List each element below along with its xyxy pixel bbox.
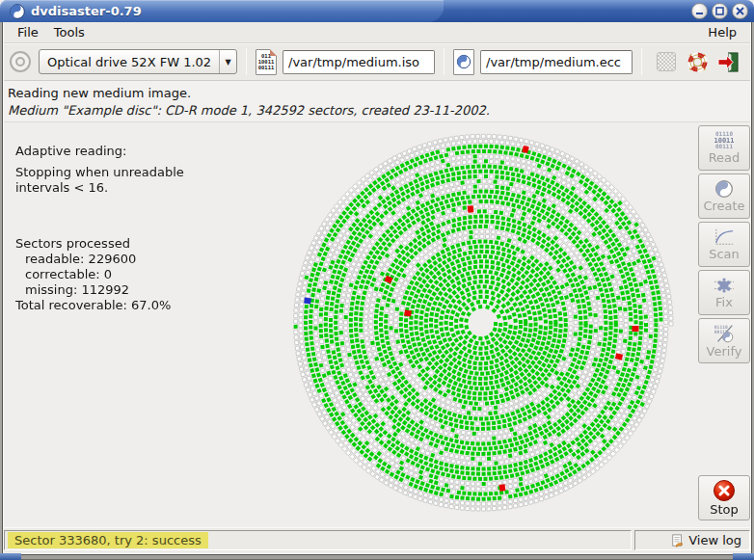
preferences-button-disabled	[654, 49, 679, 74]
window-border-left[interactable]	[0, 22, 4, 560]
window-title: dvdisaster-0.79	[31, 4, 142, 18]
total-recoverable: Total recoverable: 67.0%	[15, 298, 184, 313]
create-button: Create	[698, 173, 750, 219]
maximize-icon[interactable]	[712, 3, 728, 19]
toolbar-separator	[641, 48, 642, 75]
scan-button-label: Scan	[709, 248, 740, 261]
toolbar-separator	[246, 48, 247, 75]
ecc-file-yinyang-icon	[453, 49, 474, 75]
sectors-correctable: correctable: 0	[15, 267, 184, 282]
sector-status-message: Sector 333680, try 2: success	[8, 532, 208, 548]
close-icon[interactable]	[732, 3, 748, 19]
toolbar: Optical drive 52X FW 1.02 ▼ 011 10011 00…	[0, 43, 754, 81]
verify-compare-icon: 01110 00111	[713, 323, 736, 344]
adaptive-reading-heading: Adaptive reading:	[15, 144, 184, 159]
content-area: Adaptive reading: Stopping when unreadab…	[0, 122, 754, 527]
stop-button[interactable]: Stop	[698, 475, 750, 520]
app-logo-yinyang-icon	[10, 4, 25, 19]
resize-grip-left[interactable]	[0, 553, 21, 560]
drive-selector-value: Optical drive 52X FW 1.02	[40, 55, 219, 69]
menubar: File Tools Help	[0, 22, 754, 43]
disabled-checkerboard-icon	[657, 52, 676, 71]
fix-button-label: Fix	[715, 296, 733, 309]
status-line-1: Reading new medium image.	[8, 85, 744, 102]
toolbar-separator	[444, 48, 444, 75]
optical-drive-icon	[10, 51, 31, 72]
fix-patch-icon	[714, 276, 735, 295]
binary-read-icon: 01110 10011 00111	[714, 131, 734, 150]
verify-button: 01110 00111 Verify	[698, 318, 750, 363]
application-window: dvdisaster-0.79 File Tools Help Optical …	[0, 0, 754, 560]
status-line-2: Medium "Example disc": CD-R mode 1, 3425…	[8, 102, 744, 120]
read-button-label: Read	[709, 151, 741, 165]
quit-door-icon	[717, 51, 740, 73]
scan-button: Scan	[698, 222, 750, 267]
life-ring-icon	[687, 51, 709, 73]
menu-file[interactable]: File	[10, 23, 46, 41]
sectors-missing: missing: 112992	[15, 282, 184, 298]
ecc-file-input[interactable]	[480, 50, 633, 74]
reading-info-panel: Adaptive reading: Stopping when unreadab…	[15, 144, 184, 313]
help-button[interactable]	[685, 49, 710, 74]
statusbar: Sector 333680, try 2: success View log	[0, 527, 754, 552]
drive-selector[interactable]: Optical drive 52X FW 1.02 ▼	[39, 49, 237, 74]
action-sidebar: 01110 10011 00111 Read Create	[694, 122, 754, 527]
window-border-right[interactable]	[750, 22, 754, 560]
verify-button-label: Verify	[707, 345, 742, 359]
titlebar[interactable]: dvdisaster-0.79	[0, 0, 754, 22]
chevron-down-icon[interactable]: ▼	[219, 50, 236, 73]
image-file-input[interactable]	[283, 50, 435, 74]
sectors-heading: Sectors processed	[15, 236, 184, 252]
page-fold	[270, 49, 277, 56]
quit-button[interactable]	[715, 49, 741, 74]
stopping-line-1: Stopping when unreadable	[15, 165, 184, 180]
binary-line: 00111	[258, 65, 275, 70]
window-border-bottom[interactable]	[0, 553, 754, 560]
minimize-icon[interactable]	[691, 3, 708, 19]
stop-icon	[713, 479, 736, 502]
image-file-binary-icon: 011 10011 00111	[256, 49, 277, 75]
view-log-button[interactable]: View log	[634, 530, 750, 550]
statusbar-message-panel: Sector 333680, try 2: success	[4, 530, 632, 550]
main-area: Adaptive reading: Stopping when unreadab…	[0, 122, 694, 527]
status-message-panel: Reading new medium image. Medium "Exampl…	[0, 81, 754, 122]
stop-button-label: Stop	[710, 503, 739, 517]
create-button-label: Create	[703, 200, 744, 213]
read-button: 01110 10011 00111 Read	[698, 125, 750, 171]
scan-curve-icon	[714, 227, 735, 247]
view-log-label: View log	[688, 533, 741, 547]
resize-grip-right[interactable]	[733, 553, 754, 560]
menu-tools[interactable]: Tools	[46, 23, 93, 41]
sectors-readable: readable: 229600	[15, 252, 184, 267]
stopping-line-2: intervals < 16.	[15, 180, 184, 196]
menu-help[interactable]: Help	[700, 23, 744, 41]
yinyang-create-icon	[714, 179, 734, 199]
view-log-icon	[671, 534, 685, 547]
fix-button: Fix	[698, 270, 750, 315]
